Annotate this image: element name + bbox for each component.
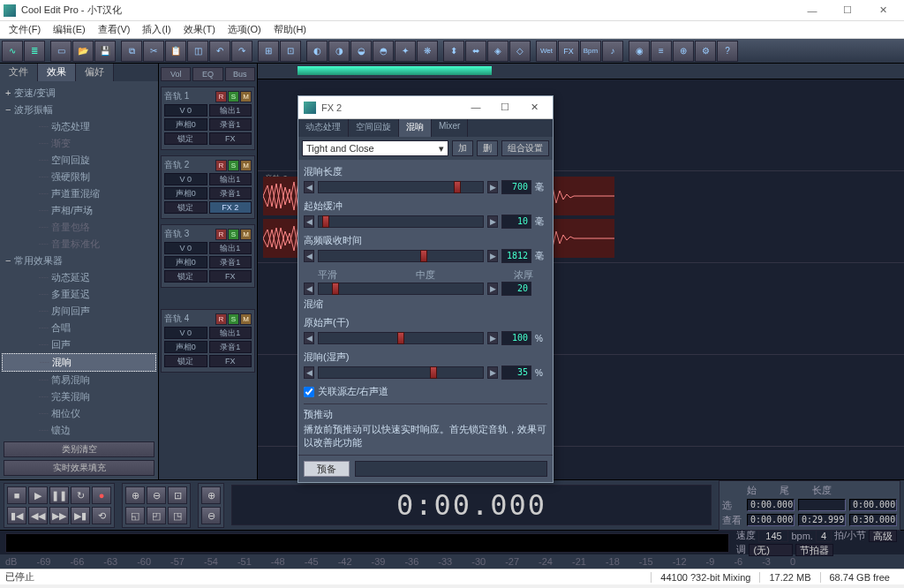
- track-mute-button[interactable]: M: [240, 229, 252, 240]
- pause-button[interactable]: ❚❚: [49, 486, 69, 504]
- menu-file[interactable]: 文件(F): [4, 21, 46, 38]
- minimize-button[interactable]: —: [795, 0, 830, 21]
- sidebar-tab-files[interactable]: 文件: [0, 64, 38, 81]
- tree-item[interactable]: ┈ 强硬限制: [2, 169, 156, 185]
- track-lock[interactable]: 锁定: [164, 270, 207, 283]
- menu-help[interactable]: 帮助(H): [268, 21, 312, 38]
- sidebar-tab-favorites[interactable]: 偏好: [76, 64, 114, 81]
- tree-item[interactable]: ┈ 渐变: [2, 135, 156, 152]
- track-rec-src[interactable]: 录音1: [209, 187, 252, 200]
- close-button[interactable]: ✕: [865, 0, 900, 21]
- tool-cut[interactable]: ✂: [143, 41, 164, 62]
- track-pan[interactable]: 声相0: [164, 187, 207, 200]
- tool-fx[interactable]: FX: [558, 41, 579, 62]
- menu-insert[interactable]: 插入(I): [137, 21, 176, 38]
- forward-button[interactable]: ▶▶: [49, 507, 69, 524]
- tool-copy[interactable]: ⧉: [121, 41, 142, 62]
- tool-mix[interactable]: ◫: [187, 41, 208, 62]
- track-volume[interactable]: V 0: [164, 104, 207, 117]
- tool-n[interactable]: ⊕: [673, 41, 694, 62]
- fx-param-value[interactable]: 20: [501, 282, 531, 296]
- key-select[interactable]: (无): [749, 544, 793, 556]
- tool-k[interactable]: ♪: [602, 41, 623, 62]
- track-volume[interactable]: V 0: [164, 327, 207, 339]
- track-fx[interactable]: FX: [209, 270, 252, 283]
- zoom-sel-button[interactable]: ◱: [125, 507, 145, 524]
- menu-edit[interactable]: 编辑(E): [48, 21, 91, 38]
- tool-c[interactable]: ◒: [350, 41, 372, 62]
- fx-link-checkbox[interactable]: [304, 387, 314, 397]
- fx-slider-right-button[interactable]: ▶: [487, 215, 498, 228]
- sidebar-btn-fill[interactable]: 实时效果填充: [4, 460, 154, 476]
- vzoom-in-button[interactable]: ⊕: [201, 486, 221, 504]
- track-solo-button[interactable]: S: [228, 229, 239, 240]
- menu-view[interactable]: 查看(V): [93, 21, 136, 38]
- tree-item[interactable]: −常用效果器: [2, 253, 156, 269]
- track-rec-src[interactable]: 录音1: [209, 118, 252, 131]
- tool-bpm[interactable]: Bpm: [580, 41, 601, 62]
- tool-undo[interactable]: ↶: [209, 41, 230, 62]
- track-output[interactable]: 输出1: [209, 242, 252, 254]
- fx-param-value[interactable]: 10: [501, 215, 531, 229]
- maximize-button[interactable]: ☐: [830, 0, 865, 21]
- menu-effects[interactable]: 效果(T): [178, 21, 221, 38]
- fx-slider-left-button[interactable]: ◀: [304, 283, 314, 295]
- tool-h[interactable]: ⬌: [465, 41, 486, 62]
- fx-preset-del-button[interactable]: 删: [477, 140, 498, 156]
- track-volume[interactable]: V 0: [164, 242, 207, 254]
- tool-save[interactable]: 💾: [94, 41, 116, 62]
- fx-slider[interactable]: [318, 366, 484, 379]
- track-pan[interactable]: 声相0: [164, 118, 207, 131]
- track-record-button[interactable]: R: [215, 160, 227, 171]
- fx-slider-right-button[interactable]: ▶: [487, 250, 498, 262]
- fx-preset-combo-button[interactable]: 组合设置: [501, 140, 549, 156]
- goto-end-button[interactable]: ▶▮: [71, 507, 90, 524]
- tool-new[interactable]: ▭: [50, 41, 72, 62]
- tree-item[interactable]: ┈ 动态处理: [2, 118, 156, 135]
- tree-item[interactable]: ┈ 音量包络: [2, 219, 156, 236]
- tool-g[interactable]: ⬍: [443, 41, 464, 62]
- fx-tab-dynamics[interactable]: 动态处理: [298, 119, 349, 137]
- tool-f[interactable]: ❋: [417, 41, 438, 62]
- tree-item[interactable]: ┈ 合唱: [2, 320, 156, 336]
- track-lock[interactable]: 锁定: [164, 355, 207, 367]
- fx-param-value[interactable]: 700: [501, 180, 531, 194]
- tree-item[interactable]: ┈ 动态延迟: [2, 269, 156, 286]
- fx-slider-left-button[interactable]: ◀: [304, 181, 314, 193]
- play-button[interactable]: ▶: [28, 486, 48, 504]
- track-pan[interactable]: 声相0: [164, 256, 207, 268]
- tree-item[interactable]: ┈ 声道重混缩: [2, 185, 156, 202]
- tree-item[interactable]: ┈ 房间回声: [2, 303, 156, 320]
- fx-slider-right-button[interactable]: ▶: [487, 332, 498, 344]
- track-output[interactable]: 输出1: [209, 104, 252, 117]
- tree-item[interactable]: ┈ 回声: [2, 336, 156, 353]
- tree-item[interactable]: ┈ 音量标准化: [2, 236, 156, 253]
- beats-value[interactable]: 4: [816, 530, 832, 542]
- fx-close-button[interactable]: ✕: [521, 102, 547, 113]
- tool-l[interactable]: ◉: [629, 41, 650, 62]
- track-output[interactable]: 输出1: [209, 173, 252, 185]
- tool-j[interactable]: ◇: [509, 41, 531, 62]
- tool-zoom-sel[interactable]: ⊞: [258, 41, 279, 62]
- tool-m[interactable]: ≡: [651, 41, 672, 62]
- fx-slider[interactable]: [318, 283, 484, 295]
- tool-paste[interactable]: 📋: [165, 41, 186, 62]
- track-record-button[interactable]: R: [215, 91, 227, 102]
- menu-options[interactable]: 选项(O): [222, 21, 267, 38]
- play-loop-button[interactable]: ↻: [71, 486, 90, 504]
- fx-preroll-button[interactable]: 预备: [304, 461, 350, 477]
- fx-titlebar[interactable]: FX 2 — ☐ ✕: [298, 96, 553, 119]
- tool-settings[interactable]: ⚙: [695, 41, 716, 62]
- fx-param-value[interactable]: 35: [501, 366, 531, 380]
- track-rec-src[interactable]: 录音1: [209, 341, 252, 353]
- fx-slider-right-button[interactable]: ▶: [487, 181, 498, 193]
- zoom-full-button[interactable]: ⊡: [168, 486, 187, 504]
- waveform-view-button[interactable]: ∿: [2, 41, 23, 62]
- track-record-button[interactable]: R: [215, 313, 227, 325]
- view-end-value[interactable]: 0:29.999: [798, 514, 846, 526]
- fx-link-channels-check[interactable]: 关联源左/右声道: [304, 385, 547, 398]
- mixer-tab-eq[interactable]: EQ: [192, 67, 222, 81]
- tree-item[interactable]: ┈ 镶边: [2, 422, 156, 438]
- fx-slider-left-button[interactable]: ◀: [304, 366, 314, 379]
- fx-maximize-button[interactable]: ☐: [492, 102, 518, 113]
